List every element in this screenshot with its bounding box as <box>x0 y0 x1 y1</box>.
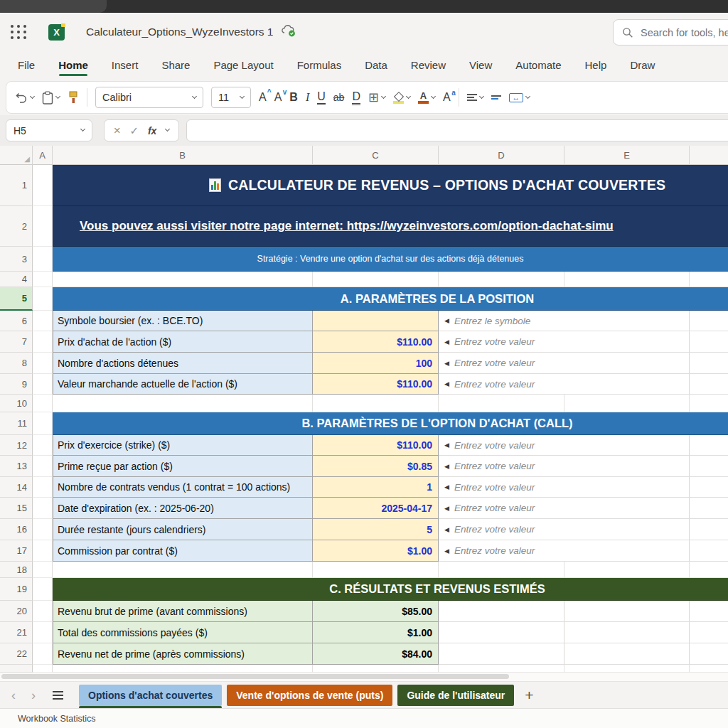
menu-tab-draw[interactable]: Draw <box>630 51 655 80</box>
row-header-18[interactable]: 18 <box>0 562 33 578</box>
cell-D14[interactable]: ◀Entrez votre valeur <box>439 477 690 498</box>
row-header-14[interactable]: 14 <box>0 477 33 498</box>
cell-A16[interactable] <box>33 519 53 540</box>
row-header-11[interactable]: 11 <box>0 412 33 435</box>
merge-center-button[interactable]: ↔ <box>509 93 530 102</box>
cell-A21[interactable] <box>33 622 53 643</box>
font-size-select[interactable]: 11 <box>211 87 251 108</box>
cell-A2[interactable] <box>33 206 53 247</box>
select-all-button[interactable]: ◢ <box>0 146 33 165</box>
column-header-C[interactable]: C <box>313 146 439 165</box>
cell-D8[interactable]: ◀Entrez votre valeur <box>439 353 690 374</box>
row-header-21[interactable]: 21 <box>0 622 33 643</box>
cloud-saved-icon[interactable] <box>281 24 296 41</box>
align-button[interactable] <box>467 92 483 102</box>
cell-F4[interactable] <box>690 272 728 287</box>
cell-C4[interactable] <box>313 272 439 287</box>
all-sheets-menu-icon[interactable] <box>53 691 63 700</box>
cell-E4[interactable] <box>564 272 690 287</box>
column-header-F-partial[interactable] <box>690 146 728 165</box>
cell-A13[interactable] <box>33 456 53 477</box>
workbook-title[interactable]: Calculateur_Options_WyzeInvestors 1 <box>86 26 274 38</box>
cell-F9[interactable] <box>690 374 728 395</box>
cell-B8[interactable]: Nombre d'actions détenues <box>53 353 313 374</box>
cell-F20[interactable] <box>690 601 728 622</box>
menu-tab-file[interactable]: File <box>18 51 35 80</box>
cell-B2-merged-link[interactable]: Vous pouvez aussi visiter notre page int… <box>53 206 728 247</box>
menu-tab-review[interactable]: Review <box>411 51 446 80</box>
row-header-6[interactable]: 6 <box>0 311 33 331</box>
menu-tab-formulas[interactable]: Formulas <box>297 51 342 80</box>
cell-C8[interactable]: 100 <box>313 353 439 374</box>
cell-B14[interactable]: Nombre de contrats vendus (1 contrat = 1… <box>53 477 313 498</box>
cell-D12[interactable]: ◀Entrez votre valeur <box>439 435 690 456</box>
row-header-4[interactable]: 4 <box>0 272 33 287</box>
fill-color-button[interactable] <box>393 92 410 104</box>
cell-B17[interactable]: Commission par contrat ($) <box>53 540 313 562</box>
menu-tab-automate[interactable]: Automate <box>515 51 561 80</box>
menu-tab-help[interactable]: Help <box>585 51 607 80</box>
cell-C21[interactable]: $1.00 <box>313 622 439 643</box>
cell-F17[interactable] <box>690 540 728 562</box>
row-header-12[interactable]: 12 <box>0 435 33 456</box>
cell-C9[interactable]: $110.00 <box>313 374 439 395</box>
paste-button[interactable] <box>42 91 60 105</box>
cell-B19-merged-section[interactable]: C. RÉSULTATS ET REVENUS ESTIMÉS <box>53 578 728 601</box>
cell-D18[interactable] <box>439 562 564 578</box>
cell-A22[interactable] <box>33 643 53 665</box>
cell-F10[interactable] <box>690 395 728 412</box>
cell-E21[interactable] <box>564 622 690 643</box>
cell-D6[interactable]: ◀Entrez le symbole <box>439 311 690 331</box>
cell-B7[interactable]: Prix d'achat de l'action ($) <box>53 331 313 353</box>
row-header-17[interactable]: 17 <box>0 540 33 562</box>
row-header-16[interactable]: 16 <box>0 519 33 540</box>
cell-D23[interactable] <box>439 665 564 673</box>
row-header-3[interactable]: 3 <box>0 247 33 272</box>
cell-B9[interactable]: Valeur marchande actuelle de l'action ($… <box>53 374 313 395</box>
row-header-13[interactable]: 13 <box>0 456 33 477</box>
cell-A20[interactable] <box>33 601 53 622</box>
cancel-entry-icon[interactable]: × <box>114 124 121 138</box>
cell-D13[interactable]: ◀Entrez votre valeur <box>439 456 690 477</box>
row-header-23[interactable] <box>0 665 33 673</box>
italic-button[interactable]: I <box>306 91 309 104</box>
cell-E22[interactable] <box>564 643 690 665</box>
cell-D9[interactable]: ◀Entrez votre valeur <box>439 374 690 395</box>
cell-C13[interactable]: $0.85 <box>313 456 439 477</box>
font-color-button[interactable]: A <box>418 91 435 104</box>
cell-A12[interactable] <box>33 435 53 456</box>
row-header-8[interactable]: 8 <box>0 353 33 374</box>
cell-E23[interactable] <box>564 665 690 673</box>
menu-tab-view[interactable]: View <box>469 51 492 80</box>
cell-F16[interactable] <box>690 519 728 540</box>
column-header-D[interactable]: D <box>439 146 564 165</box>
strikethrough-button[interactable]: ab <box>333 92 345 103</box>
menu-tab-insert[interactable]: Insert <box>112 51 139 80</box>
sheet-tab-options-d-achat-couvertes[interactable]: Options d'achat couvertes <box>79 685 222 706</box>
cell-B13[interactable]: Prime reçue par action ($) <box>53 456 313 477</box>
cell-A17[interactable] <box>33 540 53 562</box>
cell-B21[interactable]: Total des commissions payées ($) <box>53 622 313 643</box>
cell-C10[interactable] <box>313 395 439 412</box>
cell-B4[interactable] <box>53 272 313 287</box>
formula-input[interactable] <box>186 119 728 141</box>
workbook-statistics-label[interactable]: Workbook Statistics <box>18 714 96 724</box>
cell-A10[interactable] <box>33 395 53 412</box>
cell-A8[interactable] <box>33 353 53 374</box>
cell-C14[interactable]: 1 <box>313 477 439 498</box>
search-input[interactable] <box>641 27 728 38</box>
browser-tab[interactable] <box>0 0 107 13</box>
cell-D7[interactable]: ◀Entrez votre valeur <box>439 331 690 353</box>
cell-C17[interactable]: $1.00 <box>313 540 439 562</box>
cell-F14[interactable] <box>690 477 728 498</box>
cell-F15[interactable] <box>690 498 728 519</box>
row-header-2[interactable]: 2 <box>0 206 33 247</box>
cell-A1[interactable] <box>33 165 53 206</box>
fx-chevron-icon[interactable] <box>165 127 170 132</box>
row-header-1[interactable]: 1 <box>0 165 33 206</box>
cell-C15[interactable]: 2025-04-17 <box>313 498 439 519</box>
bold-button[interactable]: B <box>289 91 298 104</box>
cell-C6[interactable] <box>313 311 439 331</box>
cell-B6[interactable]: Symbole boursier (ex. : BCE.TO) <box>53 311 313 331</box>
insert-function-icon[interactable]: fx <box>148 125 156 136</box>
